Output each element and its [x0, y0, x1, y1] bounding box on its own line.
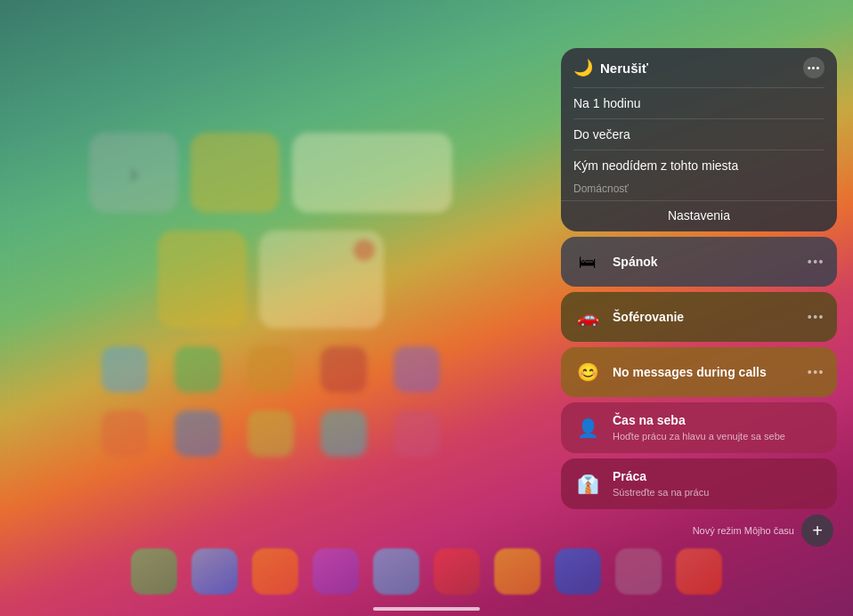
sleep-icon: 🛏 — [573, 247, 602, 276]
personal-sublabel: Hoďte prácu za hlavu a venujte sa sebe — [613, 430, 825, 442]
driving-text: Šoférovanie — [613, 310, 797, 325]
app-icon-3 — [248, 346, 294, 393]
focus-item-messages[interactable]: 😊 No messages during calls ••• — [561, 347, 837, 397]
dnd-option-location-sub: Domácnosť — [561, 181, 837, 200]
app-icon-7 — [175, 410, 221, 457]
widget-row-2 — [158, 231, 384, 328]
app-icon-5 — [394, 346, 440, 393]
widget-row-1: › — [89, 133, 452, 213]
dnd-option-1hour[interactable]: Na 1 hodinu — [561, 88, 837, 118]
dnd-title: Nerušiť — [600, 61, 796, 76]
app-icon-1 — [102, 346, 148, 393]
dock-icon-1[interactable] — [131, 548, 177, 595]
messages-label: No messages during calls — [613, 365, 797, 380]
focus-panel: 🌙 Nerušiť ••• Na 1 hodinu Do večera Kým … — [561, 48, 837, 547]
dnd-card: 🌙 Nerušiť ••• Na 1 hodinu Do večera Kým … — [561, 48, 837, 231]
messages-icon: 😊 — [573, 358, 602, 386]
widget-arrow: › — [89, 133, 178, 213]
widget-notes-small — [259, 231, 384, 328]
app-row-2 — [102, 410, 440, 457]
app-icon-10 — [394, 410, 440, 457]
focus-item-work[interactable]: 👔 Práca Sústreďte sa na prácu — [561, 458, 837, 509]
dnd-more-button[interactable]: ••• — [803, 57, 825, 78]
moon-icon: 🌙 — [573, 58, 593, 77]
app-icon-4 — [321, 346, 367, 393]
focus-item-driving[interactable]: 🚗 Šoférovanie ••• — [561, 292, 837, 342]
apps-area: › — [0, 53, 541, 536]
dock-icon-6[interactable] — [434, 548, 480, 595]
driving-label: Šoférovanie — [613, 310, 797, 325]
dnd-option-evening[interactable]: Do večera — [561, 119, 837, 150]
work-sublabel: Sústreďte sa na prácu — [613, 486, 825, 498]
dock-icon-5[interactable] — [373, 548, 419, 595]
dock-icon-3[interactable] — [252, 548, 298, 595]
home-indicator — [373, 607, 480, 611]
widget-yellow — [191, 133, 280, 213]
widget-notes — [292, 133, 452, 213]
dock-icon-8[interactable] — [555, 548, 601, 595]
app-icon-9 — [321, 410, 367, 457]
dock-icon-2[interactable] — [191, 548, 238, 595]
work-icon: 👔 — [573, 470, 602, 498]
app-icon-8 — [248, 410, 294, 457]
focus-item-personal[interactable]: 👤 Čas na seba Hoďte prácu za hlavu a ven… — [561, 402, 837, 453]
driving-icon: 🚗 — [573, 303, 602, 331]
new-focus-label: Nový režim Môjho času — [693, 525, 794, 536]
work-label: Práca — [613, 469, 825, 484]
dock — [0, 536, 853, 607]
dock-icon-10[interactable] — [676, 548, 722, 595]
dock-icon-7[interactable] — [494, 548, 540, 595]
personal-icon: 👤 — [573, 414, 602, 442]
dock-icon-4[interactable] — [313, 548, 359, 595]
messages-text: No messages during calls — [613, 365, 797, 380]
dnd-option-location[interactable]: Kým neodídem z tohto miesta — [561, 150, 837, 181]
dock-icon-9[interactable] — [615, 548, 662, 595]
widget-yellow-large — [158, 231, 247, 328]
dnd-settings-button[interactable]: Nastavenia — [561, 200, 837, 231]
focus-item-sleep[interactable]: 🛏 Spánok ••• — [561, 237, 837, 287]
app-icon-6 — [102, 410, 148, 457]
personal-text: Čas na seba Hoďte prácu za hlavu a venuj… — [613, 413, 825, 442]
personal-label: Čas na seba — [613, 413, 825, 428]
sleep-more-button[interactable]: ••• — [808, 255, 825, 269]
dnd-header: 🌙 Nerušiť ••• — [561, 48, 837, 87]
sleep-label: Spánok — [613, 255, 797, 270]
work-text: Práca Sústreďte sa na prácu — [613, 469, 825, 498]
messages-more-button[interactable]: ••• — [808, 365, 825, 379]
driving-more-button[interactable]: ••• — [808, 310, 825, 324]
app-icon-2 — [175, 346, 221, 393]
sleep-text: Spánok — [613, 255, 797, 270]
app-row-1 — [102, 346, 440, 393]
